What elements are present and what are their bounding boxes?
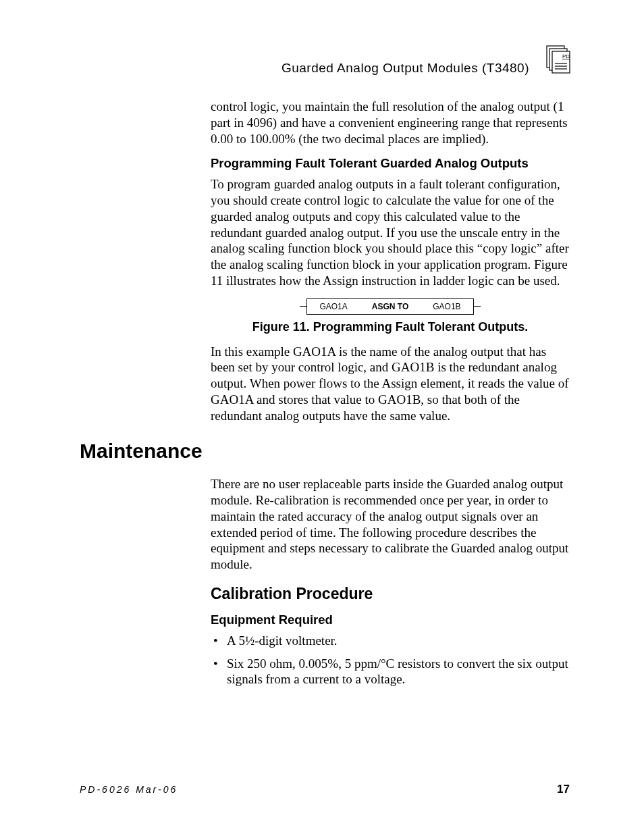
body-paragraph: To program guarded analog outputs in a f… xyxy=(211,176,570,288)
body-paragraph: In this example GAO1A is the name of the… xyxy=(211,344,570,424)
page-footer: PD-6026 Mar-06 17 xyxy=(80,783,570,796)
section-heading-maintenance: Maintenance xyxy=(80,440,570,463)
header-row: Guarded Analog Output Modules (T3480) PD xyxy=(80,57,570,77)
body-paragraph: There are no user replaceable parts insi… xyxy=(211,476,570,573)
footer-doc-id: PD-6026 Mar-06 xyxy=(80,784,178,795)
sub-heading-equipment: Equipment Required xyxy=(211,613,570,627)
list-item: A 5½-digit voltmeter. xyxy=(211,633,570,649)
ladder-box: GAO1A ASGN TO GAO1B xyxy=(306,298,473,315)
running-head: Guarded Analog Output Modules (T3480) xyxy=(281,61,529,76)
body-paragraph: control logic, you maintain the full res… xyxy=(211,99,570,147)
subsection-heading-calibration: Calibration Procedure xyxy=(211,585,570,603)
document-stack-icon: PD xyxy=(540,43,572,76)
equipment-list: A 5½-digit voltmeter. Six 250 ohm, 0.005… xyxy=(211,633,570,687)
figure-11: GAO1A ASGN TO GAO1B xyxy=(211,298,570,315)
ladder-cell-right: GAO1B xyxy=(421,298,473,315)
page: Guarded Analog Output Modules (T3480) PD… xyxy=(0,0,644,834)
footer-page-number: 17 xyxy=(557,783,570,796)
ladder-wire-right xyxy=(474,306,481,307)
ladder-element: GAO1A ASGN TO GAO1B xyxy=(300,298,480,315)
ladder-cell-mid: ASGN TO xyxy=(360,298,421,315)
sub-heading: Programming Fault Tolerant Guarded Analo… xyxy=(211,156,570,171)
svg-text:PD: PD xyxy=(562,53,570,59)
content-column: control logic, you maintain the full res… xyxy=(211,99,570,687)
ladder-wire-left xyxy=(300,306,306,307)
list-item: Six 250 ohm, 0.005%, 5 ppm/°C resistors … xyxy=(211,656,570,688)
ladder-cell-left: GAO1A xyxy=(307,298,359,315)
figure-caption: Figure 11. Programming Fault Tolerant Ou… xyxy=(211,320,570,334)
